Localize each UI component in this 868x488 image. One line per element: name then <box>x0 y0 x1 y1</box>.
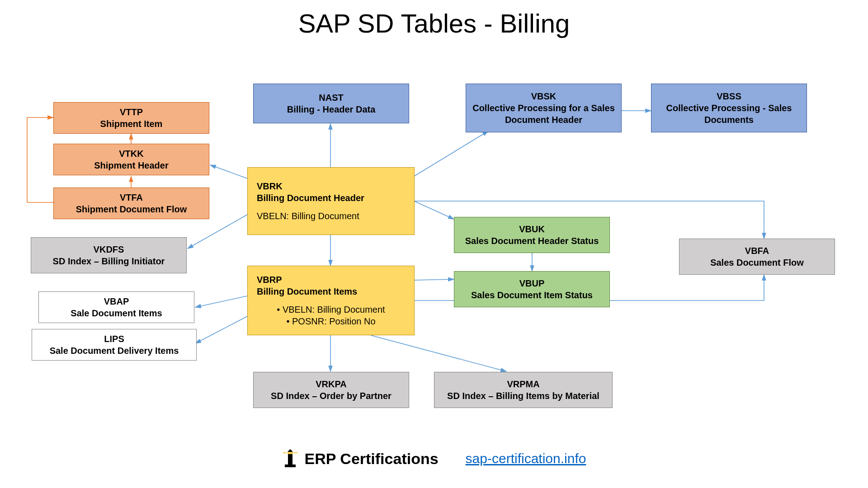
box-desc: Sales Document Header Status <box>465 235 599 247</box>
svg-rect-15 <box>288 453 292 465</box>
box-title: VBSS <box>717 90 741 102</box>
svg-line-6 <box>414 201 454 219</box>
box-vbss: VBSS Collective Processing - Sales Docum… <box>651 84 807 132</box>
box-title: VBAP <box>104 296 129 307</box>
box-title: NAST <box>319 92 343 103</box>
box-desc: Sale Document Delivery Items <box>50 345 179 357</box>
box-nast: NAST Billing - Header Data <box>253 84 409 123</box>
box-desc: Shipment Item <box>100 118 163 130</box>
box-title: LIPS <box>104 333 124 345</box>
svg-line-1 <box>414 131 488 176</box>
box-desc: Sales Document Flow <box>710 257 804 268</box>
box-vbsk: VBSK Collective Processing for a Sales D… <box>466 84 622 132</box>
lighthouse-icon <box>282 449 298 468</box>
box-desc: SD Index – Order by Partner <box>271 390 392 402</box>
svg-line-10 <box>195 316 247 343</box>
box-vkdfs: VKDFS SD Index – Billing Initiator <box>31 237 187 273</box>
box-desc: SD Index – Billing Initiator <box>53 255 165 267</box>
box-vtfa: VTFA Shipment Document Flow <box>53 188 209 219</box>
box-extra: VBELN: Billing Document <box>257 210 359 222</box>
svg-line-8 <box>414 279 454 280</box>
svg-line-9 <box>195 296 247 307</box>
box-vbrp: VBRP Billing Document Items • VBELN: Bil… <box>247 266 415 335</box>
box-title: VBFA <box>745 245 769 257</box>
box-desc: Sale Document Items <box>71 307 162 319</box>
box-desc: Billing Document Items <box>257 286 357 297</box>
svg-rect-18 <box>285 465 296 467</box>
box-title: VBUK <box>519 223 545 235</box>
box-title: VTTP <box>120 106 143 118</box>
box-title: VBRP <box>257 274 282 286</box>
svg-line-12 <box>371 335 506 371</box>
box-title: VTFA <box>120 192 143 203</box>
svg-line-3 <box>210 165 247 178</box>
box-desc: Billing Document Header <box>257 192 364 204</box>
box-desc: Billing - Header Data <box>287 103 376 115</box>
page-title: SAP SD Tables - Billing <box>0 8 868 38</box>
box-vbfa: VBFA Sales Document Flow <box>679 239 835 275</box>
box-desc: Collective Processing for a Sales Docume… <box>471 102 617 126</box>
box-title: VKDFS <box>94 244 124 255</box>
footer: ERP Certifications sap-certification.inf… <box>0 449 868 470</box>
box-desc: SD Index – Billing Items by Material <box>447 390 599 402</box>
box-title: VBSK <box>531 90 557 102</box>
box-vbup: VBUP Sales Document Item Status <box>454 271 610 307</box>
box-vttp: VTTP Shipment Item <box>53 102 209 134</box>
svg-rect-16 <box>288 452 293 454</box>
box-title: VTKK <box>119 148 143 160</box>
box-lips: LIPS Sale Document Delivery Items <box>32 329 197 361</box>
box-title: VBRK <box>257 180 283 192</box>
box-extra-2: • POSNR: Position No <box>286 315 375 327</box>
box-title: VRKPA <box>316 378 347 390</box>
box-desc: Sales Document Item Status <box>471 289 593 301</box>
brand-text: ERP Certifications <box>305 450 439 468</box>
box-desc: Shipment Document Flow <box>76 203 187 215</box>
svg-marker-17 <box>288 449 293 452</box>
box-vbrk: VBRK Billing Document Header VBELN: Bill… <box>247 167 415 235</box>
box-vrpma: VRPMA SD Index – Billing Items by Materi… <box>434 372 613 408</box>
diagram-canvas: SAP SD Tables - Billing <box>0 0 868 488</box>
box-vrkpa: VRKPA SD Index – Order by Partner <box>253 372 409 408</box>
box-vbuk: VBUK Sales Document Header Status <box>454 217 610 253</box>
box-title: VRPMA <box>507 378 539 390</box>
footer-link[interactable]: sap-certification.info <box>466 451 586 466</box>
svg-line-4 <box>188 215 247 249</box>
box-vtkk: VTKK Shipment Header <box>53 144 209 175</box>
box-desc: Collective Processing - Sales Documents <box>656 102 802 126</box>
box-extra-1: • VBELN: Billing Document <box>277 304 385 315</box>
box-desc: Shipment Header <box>94 160 168 171</box>
box-vbap: VBAP Sale Document Items <box>38 291 194 323</box>
brand: ERP Certifications <box>282 449 439 468</box>
box-title: VBUP <box>519 277 545 289</box>
